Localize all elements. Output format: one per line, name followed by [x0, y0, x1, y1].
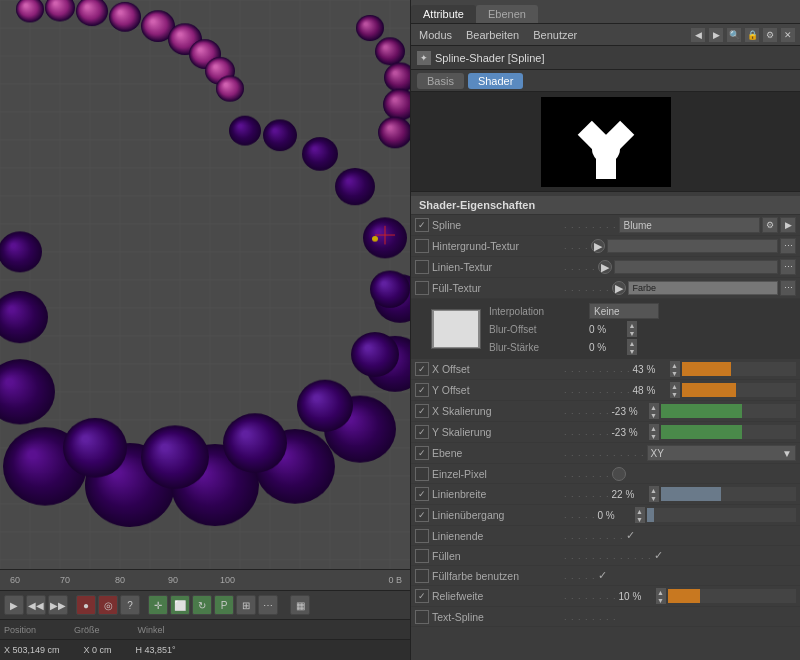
fuell-subprops: Interpolation Keine Blur-Offset 0 % ▲ [411, 299, 800, 359]
prev-button[interactable]: ◀◀ [26, 595, 46, 615]
position-label: Position [4, 625, 36, 635]
linien-checkbox[interactable] [415, 260, 429, 274]
spline-dropdown[interactable]: Blume [619, 217, 760, 233]
reliefweite-bar [668, 589, 796, 603]
x-skal-checkbox[interactable] [415, 404, 429, 418]
more-button[interactable]: ⋯ [258, 595, 278, 615]
prop-linienbreite: Linienbreite . . . . . . . 22 % ▲ ▼ [411, 484, 800, 505]
blur-offset-stepper[interactable]: ▲ ▼ [627, 321, 637, 337]
prop-fuellfarbe: Füllfarbe benutzen . . . . . ✓ [411, 566, 800, 586]
section-title: Shader-Eigenschaften [411, 196, 800, 215]
reliefweite-bar-fill [668, 589, 700, 603]
menu-bearbeiten[interactable]: Bearbeiten [462, 27, 523, 43]
help-button[interactable]: ? [120, 595, 140, 615]
sub-interpolation: Interpolation Keine Blur-Offset 0 % ▲ [431, 301, 796, 357]
y-skal-stepper[interactable]: ▲ ▼ [649, 424, 659, 440]
timeline-ruler: 60 70 80 90 100 0 B [0, 570, 410, 592]
hintergrund-checkbox[interactable] [415, 239, 429, 253]
blur-staerke-label: Blur-Stärke [489, 342, 589, 353]
y-skal-checkbox[interactable] [415, 425, 429, 439]
hintergrund-circle-btn[interactable]: ▶ [591, 239, 605, 253]
y-skal-bar [661, 425, 796, 439]
linieuebergang-label: Linienübergang [432, 509, 562, 521]
menu-benutzer[interactable]: Benutzer [529, 27, 581, 43]
viewport[interactable] [0, 0, 410, 569]
linienbreite-bar-fill [661, 487, 722, 501]
fuellen-label: Füllen [432, 550, 562, 562]
search-icon[interactable]: 🔍 [726, 27, 742, 43]
text-spline-label: Text-Spline [432, 611, 562, 623]
ebene-dropdown[interactable]: XY ▼ [647, 445, 796, 461]
interpolation-label: Interpolation [489, 306, 589, 317]
blur-staerke-stepper[interactable]: ▲ ▼ [627, 339, 637, 355]
viewport-canvas [0, 0, 410, 569]
prop-linien: Linien-Textur . . . . . ▶ ⋯ [411, 257, 800, 278]
reliefweite-checkbox[interactable] [415, 589, 429, 603]
close-icon[interactable]: ✕ [780, 27, 796, 43]
reliefweite-value: 10 % [619, 591, 654, 602]
linien-circle-btn[interactable]: ▶ [598, 260, 612, 274]
einzel-checkbox[interactable] [415, 467, 429, 481]
sub-props-col: Interpolation Keine Blur-Offset 0 % ▲ [489, 302, 796, 356]
linienende-checkbox[interactable] [415, 529, 429, 543]
x2-position: X 0 cm [84, 645, 112, 655]
lock-icon[interactable]: 🔒 [744, 27, 760, 43]
snap-button[interactable]: P [214, 595, 234, 615]
color-swatch-preview [431, 309, 481, 349]
prop-ebene: Ebene . . . . . . . . . . . . XY ▼ [411, 443, 800, 464]
tab-ebenen[interactable]: Ebenen [476, 5, 538, 23]
x-offset-checkbox[interactable] [415, 362, 429, 376]
settings-icon[interactable]: ⚙ [762, 27, 778, 43]
record2-button[interactable]: ◎ [98, 595, 118, 615]
y-offset-stepper[interactable]: ▲ ▼ [670, 382, 680, 398]
x-skal-bar-fill [661, 404, 742, 418]
linienbreite-bar [661, 487, 796, 501]
subtab-shader[interactable]: Shader [468, 73, 523, 89]
spline-arrow-btn[interactable]: ▶ [780, 217, 796, 233]
fuell-checkbox[interactable] [415, 281, 429, 295]
prop-linienende: Linienende . . . . . . . . . ✓ [411, 526, 800, 546]
ebene-checkbox[interactable] [415, 446, 429, 460]
prop-y-offset: Y Offset . . . . . . . . . . 48 % ▲ ▼ [411, 380, 800, 401]
fuellen-checkbox[interactable] [415, 549, 429, 563]
hintergrund-more-btn[interactable]: ⋯ [780, 238, 796, 254]
nav-right-button[interactable]: ▶ [708, 27, 724, 43]
linieuebergang-stepper[interactable]: ▲ ▼ [635, 507, 645, 523]
linienbreite-stepper[interactable]: ▲ ▼ [649, 486, 659, 502]
nav-left-button[interactable]: ◀ [690, 27, 706, 43]
move-button[interactable]: ✛ [148, 595, 168, 615]
menu-modus[interactable]: Modus [415, 27, 456, 43]
x-skal-bar [661, 404, 796, 418]
einzel-circle-btn[interactable] [612, 467, 626, 481]
x-position: X 503,149 cm [4, 645, 60, 655]
tab-bar: Attribute Ebenen [411, 0, 800, 24]
spline-settings-btn[interactable]: ⚙ [762, 217, 778, 233]
spline-checkbox[interactable] [415, 218, 429, 232]
layout-button[interactable]: ▦ [290, 595, 310, 615]
play-button[interactable]: ▶ [4, 595, 24, 615]
fuellfarbe-checkbox[interactable] [415, 569, 429, 583]
rotate-button[interactable]: ↻ [192, 595, 212, 615]
tick-60: 60 [10, 575, 20, 585]
x-skal-stepper[interactable]: ▲ ▼ [649, 403, 659, 419]
y-offset-checkbox[interactable] [415, 383, 429, 397]
tab-attribute[interactable]: Attribute [411, 5, 476, 23]
linieuebergang-checkbox[interactable] [415, 508, 429, 522]
prop-y-skalierung: Y Skalierung . . . . . . . -23 % ▲ ▼ [411, 422, 800, 443]
ebene-label: Ebene [432, 447, 562, 459]
linienbreite-checkbox[interactable] [415, 487, 429, 501]
interpolation-dropdown[interactable]: Keine [589, 303, 659, 319]
fuell-circle-btn[interactable]: ▶ [612, 281, 626, 295]
y-offset-label: Y Offset [432, 384, 562, 396]
fuell-more-btn[interactable]: ⋯ [780, 280, 796, 296]
grid-button[interactable]: ⊞ [236, 595, 256, 615]
scale-button[interactable]: ⬜ [170, 595, 190, 615]
subtab-basis[interactable]: Basis [417, 73, 464, 89]
x-offset-stepper[interactable]: ▲ ▼ [670, 361, 680, 377]
record-button[interactable]: ● [76, 595, 96, 615]
linien-more-btn[interactable]: ⋯ [780, 259, 796, 275]
next-button[interactable]: ▶▶ [48, 595, 68, 615]
reliefweite-stepper[interactable]: ▲ ▼ [656, 588, 666, 604]
text-spline-checkbox[interactable] [415, 610, 429, 624]
fuellfarbe-check: ✓ [598, 569, 607, 582]
